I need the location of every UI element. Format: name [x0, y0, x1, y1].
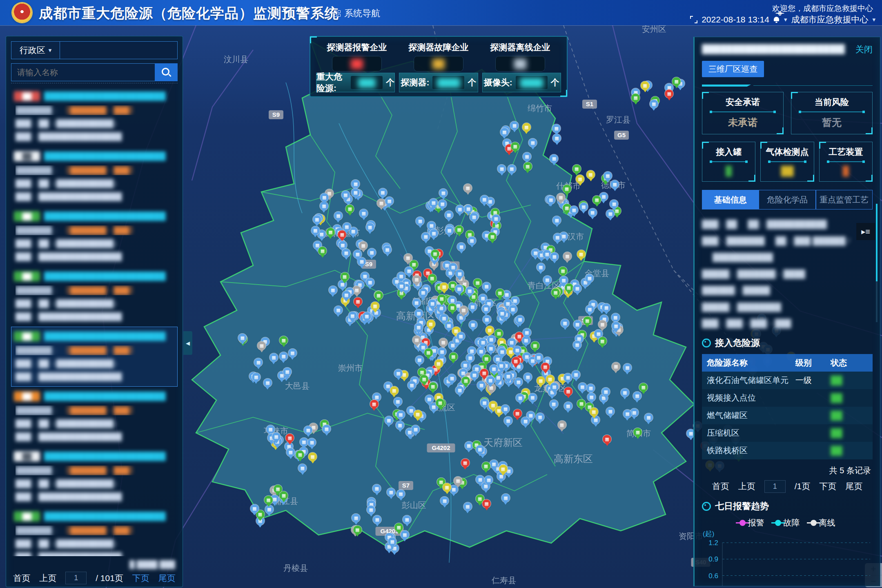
- map-marker-pin[interactable]: ▦: [577, 250, 586, 258]
- map-marker-pin[interactable]: ▦: [473, 278, 482, 287]
- map-marker-pin[interactable]: ▦: [286, 448, 295, 457]
- map-marker-pin[interactable]: ▦: [272, 432, 281, 441]
- page-next[interactable]: 下页: [819, 481, 836, 492]
- map-marker-pin[interactable]: ▦: [438, 200, 447, 208]
- map-marker-pin[interactable]: ▦: [379, 188, 387, 197]
- map-marker-pin[interactable]: ▦: [414, 323, 423, 332]
- map-marker-pin[interactable]: ▦: [588, 208, 597, 217]
- fullscreen-icon[interactable]: [690, 16, 697, 23]
- legend-item-报警[interactable]: 报警: [739, 517, 764, 528]
- page-prev[interactable]: 上页: [39, 572, 56, 584]
- map-marker-pin[interactable]: ▦: [497, 165, 506, 173]
- table-row[interactable]: 液化石油气储罐区单元一级██: [702, 372, 873, 389]
- map-marker-pin[interactable]: ▦: [320, 193, 329, 202]
- map-marker-pin[interactable]: ▦: [504, 372, 512, 381]
- map-marker-pin[interactable]: ▦: [456, 205, 464, 214]
- table-row[interactable]: 压缩机区██: [702, 424, 873, 442]
- page-first[interactable]: 首页: [712, 481, 729, 492]
- map-marker-pin[interactable]: ▦: [523, 162, 532, 171]
- map-marker-pin[interactable]: ▦: [541, 363, 550, 371]
- map-marker-pin[interactable]: ▦: [482, 282, 491, 291]
- map-marker-pin[interactable]: ▦: [578, 383, 587, 391]
- legend-item-离线[interactable]: 离线: [811, 517, 835, 528]
- map-marker-pin[interactable]: ▦: [570, 206, 578, 214]
- map-marker-pin[interactable]: ▦: [498, 309, 506, 318]
- map-marker-pin[interactable]: ▦: [457, 332, 465, 341]
- map-marker-pin[interactable]: ▦: [334, 212, 343, 220]
- map-marker-pin[interactable]: ▦: [650, 100, 658, 108]
- map-marker-pin[interactable]: ▦: [311, 226, 320, 235]
- map-marker-pin[interactable]: ▦: [411, 425, 420, 434]
- map-marker-pin[interactable]: ▦: [586, 384, 595, 392]
- map-marker-pin[interactable]: ▦: [396, 410, 405, 419]
- map-marker-pin[interactable]: ▦: [511, 142, 519, 151]
- map-marker-pin[interactable]: ▦: [427, 320, 435, 328]
- tab-1[interactable]: 危险化学品: [759, 190, 815, 209]
- map-marker-pin[interactable]: ▦: [523, 328, 531, 337]
- map-marker-pin[interactable]: ▦: [572, 165, 581, 173]
- map-marker-pin[interactable]: ▦: [492, 214, 500, 223]
- map-marker-pin[interactable]: ▦: [455, 285, 463, 293]
- map-marker-pin[interactable]: ▦: [385, 197, 394, 205]
- map-marker-pin[interactable]: ▦: [516, 315, 524, 324]
- tab-0[interactable]: 基础信息: [702, 190, 759, 209]
- map-marker-pin[interactable]: ▦: [334, 306, 343, 314]
- table-row[interactable]: 视频接入点位██: [702, 389, 873, 407]
- map-marker-pin[interactable]: ▦: [414, 309, 423, 318]
- map-marker-pin[interactable]: ▦: [550, 383, 559, 391]
- search-input[interactable]: [11, 63, 155, 81]
- map-marker-pin[interactable]: ▦: [374, 291, 383, 300]
- map-marker-pin[interactable]: ▦: [415, 356, 424, 364]
- map-marker-pin[interactable]: ▦: [470, 371, 479, 379]
- map-marker-pin[interactable]: ▦: [252, 373, 261, 381]
- map-marker-pin[interactable]: ▦: [523, 373, 532, 381]
- map-marker-pin[interactable]: ▦: [412, 298, 421, 307]
- map-marker-pin[interactable]: ▦: [482, 354, 491, 363]
- map-marker-pin[interactable]: ▦: [644, 413, 653, 422]
- map-marker-pin[interactable]: ▦: [504, 416, 512, 425]
- page-next[interactable]: 下页: [132, 572, 149, 584]
- bell-icon[interactable]: 0: [773, 17, 780, 23]
- map-marker-pin[interactable]: ▦: [583, 316, 592, 325]
- map-marker-pin[interactable]: ▦: [514, 378, 523, 386]
- map-marker-pin[interactable]: ▦: [300, 438, 308, 446]
- map-marker-pin[interactable]: ▦: [342, 291, 351, 299]
- map-marker-pin[interactable]: ▦: [468, 303, 477, 311]
- map-marker-pin[interactable]: ▦: [498, 347, 506, 356]
- map-marker-pin[interactable]: ▦: [486, 376, 495, 385]
- scrollbar[interactable]: [876, 204, 878, 322]
- map-marker-pin[interactable]: ▦: [329, 286, 337, 294]
- map-marker-pin[interactable]: ▦: [431, 249, 439, 258]
- 3d-patrol-button[interactable]: 三维厂区巡查: [702, 61, 764, 77]
- close-button[interactable]: 关闭: [855, 44, 873, 55]
- map-marker-pin[interactable]: ▦: [439, 189, 448, 197]
- map-marker-pin[interactable]: ▦: [598, 337, 607, 345]
- map-marker-pin[interactable]: ▦: [496, 289, 504, 297]
- map-marker-pin[interactable]: ▦: [348, 312, 357, 320]
- map-marker-pin[interactable]: ▦: [490, 460, 498, 468]
- map-marker-pin[interactable]: ▦: [339, 241, 347, 249]
- map-marker-pin[interactable]: ▦: [482, 305, 490, 313]
- map-marker-pin[interactable]: ▦: [419, 288, 428, 297]
- map-marker-pin[interactable]: ▦: [623, 363, 632, 372]
- map-marker-pin[interactable]: ▦: [633, 428, 642, 437]
- map-marker-pin[interactable]: ▦: [326, 228, 335, 236]
- map-marker-pin[interactable]: ▦: [610, 180, 619, 189]
- org-dropdown[interactable]: 成都市应急救援中心: [791, 14, 868, 25]
- map-marker-pin[interactable]: ▦: [550, 400, 558, 408]
- map-marker-pin[interactable]: ▦: [401, 530, 409, 539]
- map-marker-pin[interactable]: ▦: [388, 537, 396, 546]
- map-marker-pin[interactable]: ▦: [565, 283, 573, 292]
- map-marker-pin[interactable]: ▦: [487, 344, 495, 353]
- map-marker-pin[interactable]: ▦: [408, 381, 416, 390]
- map-marker-pin[interactable]: ▦: [564, 402, 572, 410]
- map-marker-pin[interactable]: ▦: [585, 274, 594, 283]
- map-marker-pin[interactable]: ▦: [385, 416, 393, 425]
- enterprise-list-item[interactable]: ██████████████████████████████：【███████－…: [11, 387, 178, 447]
- table-row[interactable]: 燃气储罐区██: [702, 407, 873, 424]
- map-marker-pin[interactable]: ▦: [440, 314, 448, 323]
- page-last[interactable]: 尾页: [158, 572, 176, 584]
- map-marker-pin[interactable]: ▦: [425, 395, 434, 403]
- map-marker-pin[interactable]: ▦: [266, 425, 275, 434]
- map-marker-pin[interactable]: ▦: [440, 497, 449, 505]
